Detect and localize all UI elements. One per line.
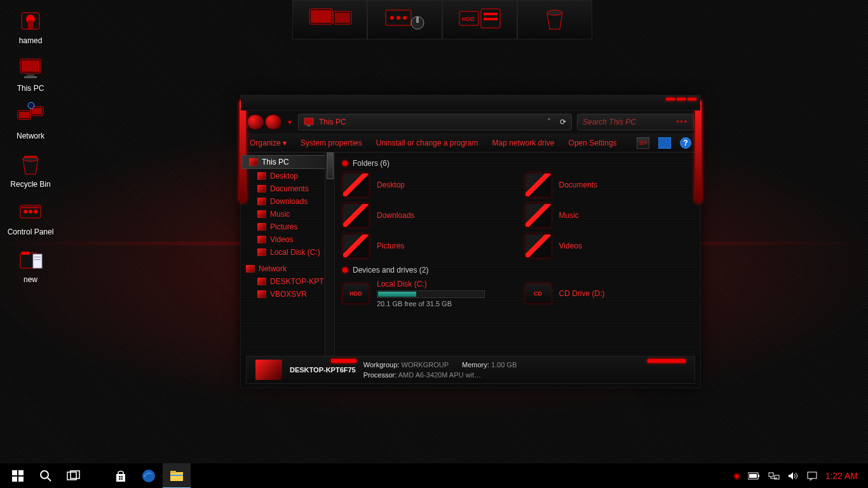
search-button[interactable] — [32, 463, 60, 489]
this-pc-icon[interactable]: This PC — [5, 54, 56, 93]
tree-label: VBOXSVR — [270, 290, 307, 299]
scrollbar-thumb[interactable] — [327, 152, 334, 179]
window-controls[interactable] — [666, 98, 696, 100]
titlebar[interactable] — [241, 95, 700, 111]
search-input[interactable]: Search This PC ••• — [577, 114, 694, 130]
tree-local-disk[interactable]: Local Disk (C:) — [241, 246, 334, 259]
taskbar-edge[interactable] — [135, 463, 163, 489]
new-folder-icon[interactable]: new — [5, 245, 56, 284]
dock-tile-control-panel[interactable] — [367, 0, 442, 39]
user-folder-icon[interactable]: hamed — [5, 6, 56, 45]
svg-rect-38 — [484, 18, 498, 20]
svg-point-30 — [397, 16, 400, 20]
start-button[interactable] — [4, 463, 32, 489]
history-dropdown-icon[interactable]: ▼ — [287, 119, 293, 126]
drive-local-disk-c[interactable]: HDD Local Disk (C:) 20.1 GB free of 31.5… — [342, 280, 512, 308]
memory-value: 1.00 GB — [491, 361, 517, 369]
tray-app-icon[interactable]: ◉ — [733, 471, 740, 480]
taskbar-store[interactable] — [107, 463, 135, 489]
folder-music[interactable]: Music — [525, 203, 695, 227]
section-title: Folders (6) — [353, 159, 390, 168]
tree-network-pc[interactable]: DESKTOP-KPT… — [241, 275, 334, 288]
icon-label: This PC — [17, 85, 44, 93]
forward-button[interactable] — [265, 114, 281, 130]
preview-pane-button[interactable] — [658, 137, 671, 149]
task-view-button[interactable] — [60, 463, 88, 489]
tray-network-icon[interactable] — [768, 471, 780, 481]
address-bar[interactable]: This PC ˅ ⟳ — [298, 114, 572, 130]
svg-point-39 — [547, 10, 562, 15]
clock[interactable]: 1:22 AM — [825, 471, 858, 481]
recycle-bin-icon[interactable]: Recycle Bin — [5, 150, 56, 189]
svg-point-16 — [29, 210, 32, 214]
svg-rect-8 — [19, 112, 29, 118]
hdd-icon: HDD — [342, 283, 369, 304]
computer-name: DESKTOP-KPT6F75 — [290, 366, 356, 374]
dock-tile-drives[interactable]: HDD — [442, 0, 517, 39]
tree-this-pc[interactable]: This PC — [242, 155, 333, 169]
tree-downloads[interactable]: Downloads — [241, 195, 334, 208]
open-settings-button[interactable]: Open Settings — [569, 139, 617, 147]
organize-button[interactable]: Organize ▾ — [250, 139, 287, 147]
svg-rect-25 — [311, 10, 331, 23]
refresh-icon[interactable]: ⟳ — [560, 118, 566, 126]
folder-videos[interactable]: Videos — [525, 234, 695, 258]
workgroup-value: WORKGROUP — [401, 361, 449, 369]
svg-rect-4 — [22, 60, 39, 72]
search-expand-icon[interactable]: ••• — [676, 118, 688, 126]
svg-rect-18 — [22, 207, 39, 208]
svg-point-11 — [28, 102, 34, 109]
processor-key: Processor: — [363, 371, 397, 379]
svg-rect-44 — [12, 477, 17, 482]
tree-network-vboxsvr[interactable]: VBOXSVR — [241, 288, 334, 301]
svg-rect-51 — [121, 476, 123, 478]
uninstall-button[interactable]: Uninstall or change a program — [376, 139, 478, 147]
tray-battery-icon[interactable] — [748, 472, 761, 480]
item-label: Desktop — [377, 180, 405, 189]
taskbar-explorer[interactable] — [163, 463, 191, 489]
tree-network[interactable]: Network — [241, 262, 334, 275]
top-dock: HDD — [292, 0, 592, 39]
dock-tile-recycle[interactable] — [517, 0, 592, 39]
tray-volume-icon[interactable] — [787, 471, 799, 481]
tree-videos[interactable]: Videos — [241, 233, 334, 246]
system-properties-button[interactable]: System properties — [301, 139, 362, 147]
tree-music[interactable]: Music — [241, 208, 334, 220]
folder-documents[interactable]: Documents — [525, 173, 695, 197]
item-label: Downloads — [377, 211, 414, 220]
system-tray: ◉ 1:22 AM — [733, 471, 864, 481]
svg-rect-45 — [18, 477, 24, 482]
svg-rect-60 — [749, 474, 757, 478]
tray-notifications-icon[interactable] — [806, 471, 818, 481]
drive-free-text: 20.1 GB free of 31.5 GB — [377, 300, 485, 308]
folder-icon — [257, 172, 266, 180]
svg-rect-57 — [170, 475, 183, 476]
computer-icon — [257, 290, 266, 298]
tree-documents[interactable]: Documents — [241, 182, 334, 195]
view-options-button[interactable]: ▥▾ — [637, 137, 649, 149]
tree-pictures[interactable]: Pictures — [241, 220, 334, 233]
network-icon — [246, 265, 255, 273]
drive-cd-d[interactable]: CD CD Drive (D:) — [525, 280, 695, 308]
control-panel-icon[interactable]: Control Panel — [5, 198, 56, 236]
tree-desktop[interactable]: Desktop — [241, 170, 334, 182]
help-button[interactable]: ? — [680, 137, 691, 149]
network-icon[interactable]: Network — [5, 102, 56, 140]
tree-scrollbar[interactable] — [325, 152, 334, 356]
map-drive-button[interactable]: Map network drive — [492, 139, 555, 147]
folder-downloads[interactable]: Downloads — [342, 203, 512, 227]
svg-rect-2 — [28, 20, 33, 29]
folder-desktop[interactable]: Desktop — [342, 173, 512, 197]
folders-header[interactable]: Folders (6) — [342, 159, 694, 168]
address-caret-icon[interactable]: ˅ — [547, 118, 551, 126]
drives-grid: HDD Local Disk (C:) 20.1 GB free of 31.5… — [342, 280, 694, 308]
folder-icon — [257, 236, 266, 243]
back-button[interactable] — [247, 114, 264, 130]
address-segment[interactable]: This PC — [319, 118, 346, 126]
folder-icon — [257, 185, 266, 193]
tree-label: Network — [259, 264, 287, 273]
dock-tile-this-pc[interactable] — [292, 0, 367, 39]
folder-pictures[interactable]: Pictures — [342, 234, 512, 258]
drives-header[interactable]: Devices and drives (2) — [342, 266, 694, 274]
tree-label: Local Disk (C:) — [270, 248, 320, 257]
